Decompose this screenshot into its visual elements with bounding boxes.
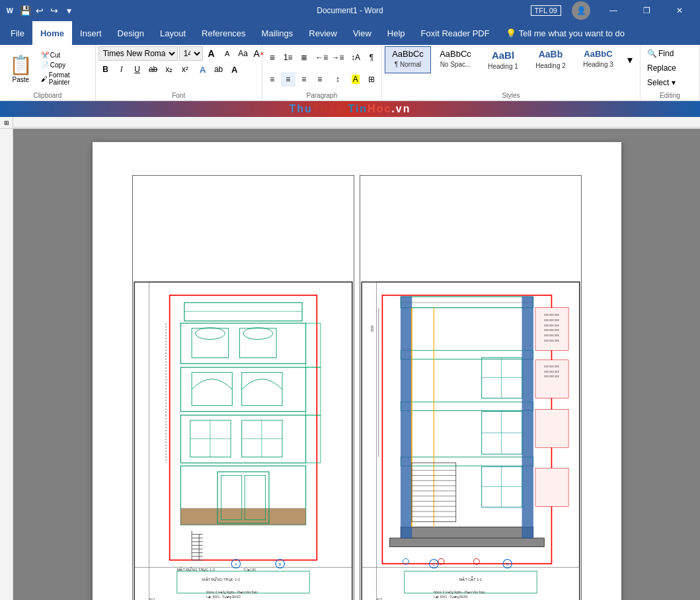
watermark-text: ThuThuatTinHoc.vn bbox=[290, 103, 411, 114]
svg-text:W: W bbox=[7, 7, 14, 15]
copy-button[interactable]: 📄 Copy bbox=[39, 61, 91, 69]
numbering-button[interactable]: 1≡ bbox=[281, 50, 295, 65]
svg-rect-29 bbox=[180, 509, 305, 525]
increase-indent-button[interactable]: →≡ bbox=[331, 50, 345, 65]
svg-rect-5 bbox=[0, 129, 13, 591]
align-left-button[interactable]: ≡ bbox=[265, 72, 280, 87]
clipboard-label: Clipboard bbox=[0, 92, 95, 99]
show-marks-button[interactable]: ¶ bbox=[364, 50, 379, 65]
tab-foxit[interactable]: Foxit Reader PDF bbox=[413, 21, 498, 45]
svg-point-15 bbox=[195, 328, 225, 340]
tab-insert[interactable]: Insert bbox=[72, 21, 110, 45]
tab-home[interactable]: Home bbox=[32, 21, 72, 45]
svg-text:C: C bbox=[432, 562, 435, 566]
paste-icon: 📋 bbox=[9, 54, 32, 76]
user-avatar[interactable]: 👤 bbox=[572, 1, 590, 20]
vertical-ruler bbox=[0, 129, 13, 600]
svg-text:xxx xxx xxx: xxx xxx xxx bbox=[544, 328, 559, 332]
font-family-select[interactable]: Times New Roman Arial Calibri bbox=[98, 46, 178, 61]
clipboard-small-buttons: ✂️ Cut 📄 Copy 🖌 Format Painter bbox=[39, 48, 91, 90]
shrink-font-button[interactable]: A bbox=[220, 46, 235, 61]
find-label: Find bbox=[658, 49, 674, 58]
change-case-button[interactable]: Aa bbox=[236, 46, 251, 61]
styles-section: AaBbCc ¶ Normal AaBbCc No Spac... AaBl H… bbox=[382, 45, 641, 100]
right-drawing: xxx xxx xxx xxx xxx xxx xxx xxx xxx xxx … bbox=[360, 175, 582, 600]
svg-text:MẶT ĐỨNG TRỤC 1-2: MẶT ĐỨNG TRỤC 1-2 bbox=[202, 577, 240, 582]
style-heading2[interactable]: AaBb Heading 2 bbox=[527, 46, 574, 73]
paste-button[interactable]: 📋 Paste bbox=[4, 48, 38, 90]
title-bar-left: W 💾 ↩ ↪ ▾ bbox=[5, 5, 74, 16]
bullets-button[interactable]: ≡ bbox=[265, 50, 280, 65]
undo-icon[interactable]: ↩ bbox=[34, 5, 45, 16]
ruler-corner[interactable]: ⊞ bbox=[0, 117, 13, 129]
styles-expand-button[interactable]: ▾ bbox=[623, 53, 637, 67]
tab-mailings[interactable]: Mailings bbox=[254, 21, 301, 45]
replace-button[interactable]: Replace bbox=[644, 61, 679, 75]
minimize-button[interactable]: — bbox=[598, 0, 629, 21]
text-highlight-button[interactable]: ab bbox=[212, 62, 226, 77]
tab-references[interactable]: References bbox=[194, 21, 253, 45]
tab-tell-me[interactable]: 💡 Tell me what you want to do bbox=[498, 21, 633, 45]
style-heading3[interactable]: AaBbC Heading 3 bbox=[575, 46, 621, 73]
left-drawing-svg: MẶT ĐỨNG TRỤC 1-2 Tỷ lệ 1:50 MẶT ĐỨNG TR… bbox=[133, 176, 354, 600]
strikethrough-button[interactable]: ab bbox=[146, 62, 161, 77]
italic-button[interactable]: I bbox=[114, 62, 129, 77]
grow-font-button[interactable]: A bbox=[204, 46, 219, 61]
align-center-button[interactable]: ≡ bbox=[281, 72, 295, 87]
sort-button[interactable]: ↕A bbox=[348, 50, 363, 65]
line-spacing-button[interactable]: ↕ bbox=[331, 72, 345, 87]
style-normal[interactable]: AaBbCc ¶ Normal bbox=[385, 46, 431, 73]
para-row1: ≡ 1≡ ≣ ←≡ →≡ ↕A ¶ bbox=[265, 46, 379, 68]
subscript-button[interactable]: x₂ bbox=[162, 62, 176, 77]
ruler-svg bbox=[13, 117, 700, 128]
close-button[interactable]: ✕ bbox=[664, 0, 695, 21]
svg-point-17 bbox=[243, 328, 273, 340]
justify-button[interactable]: ≡ bbox=[313, 72, 327, 87]
word-logo-icon[interactable]: W bbox=[5, 5, 16, 16]
svg-rect-51 bbox=[176, 571, 309, 593]
horizontal-ruler: ⊞ bbox=[0, 117, 700, 129]
tab-design[interactable]: Design bbox=[110, 21, 152, 45]
svg-text:xxx xxx xxx: xxx xxx xxx bbox=[544, 375, 559, 378]
font-label: Font bbox=[96, 92, 262, 99]
tab-view[interactable]: View bbox=[345, 21, 379, 45]
tab-file[interactable]: File bbox=[3, 21, 32, 45]
ruler-v-svg bbox=[0, 129, 13, 591]
font-size-select[interactable]: 14 12 16 18 bbox=[179, 46, 203, 61]
svg-rect-19 bbox=[192, 373, 232, 406]
svg-rect-107 bbox=[535, 468, 568, 506]
shading-button[interactable]: A bbox=[348, 72, 363, 87]
svg-text:Nhóm 3: Hồ Sỹ Nghĩa - Phạm Văn: Nhóm 3: Hồ Sỹ Nghĩa - Phạm Văn Toàn bbox=[206, 591, 258, 594]
redo-icon[interactable]: ↪ bbox=[49, 5, 59, 16]
save-icon[interactable]: 💾 bbox=[20, 5, 30, 16]
style-no-space[interactable]: AaBbCc No Spac... bbox=[432, 46, 479, 73]
superscript-button[interactable]: x² bbox=[178, 62, 192, 77]
document-area[interactable]: MẶT ĐỨNG TRỤC 1-2 Tỷ lệ 1:50 MẶT ĐỨNG TR… bbox=[13, 129, 700, 600]
style-heading1[interactable]: AaBl Heading 1 bbox=[480, 46, 526, 73]
tab-layout[interactable]: Layout bbox=[152, 21, 194, 45]
svg-rect-73 bbox=[481, 357, 522, 398]
font-row2: B I U ab x₂ x² A ab A bbox=[98, 62, 259, 77]
font-color-button[interactable]: A bbox=[227, 62, 242, 77]
multilevel-list-button[interactable]: ≣ bbox=[297, 50, 311, 65]
borders-button[interactable]: ⊞ bbox=[364, 72, 379, 87]
text-effects-button[interactable]: A bbox=[196, 62, 210, 77]
left-drawing: MẶT ĐỨNG TRỤC 1-2 Tỷ lệ 1:50 MẶT ĐỨNG TR… bbox=[132, 175, 354, 600]
tab-help[interactable]: Help bbox=[379, 21, 413, 45]
align-right-button[interactable]: ≡ bbox=[297, 72, 311, 87]
main-area: MẶT ĐỨNG TRỤC 1-2 Tỷ lệ 1:50 MẶT ĐỨNG TR… bbox=[0, 129, 700, 600]
restore-button[interactable]: ❐ bbox=[631, 0, 662, 21]
decrease-indent-button[interactable]: ←≡ bbox=[315, 50, 329, 65]
quick-access-dropdown-icon[interactable]: ▾ bbox=[63, 5, 74, 16]
select-button[interactable]: Select ▾ bbox=[644, 75, 678, 90]
style-no-space-preview: AaBbCc bbox=[438, 48, 473, 60]
style-gallery: AaBbCc ¶ Normal AaBbCc No Spac... AaBl H… bbox=[385, 46, 637, 73]
bold-button[interactable]: B bbox=[98, 62, 113, 77]
svg-rect-8 bbox=[134, 282, 149, 600]
find-button[interactable]: 🔍 Find bbox=[644, 46, 676, 61]
format-painter-button[interactable]: 🖌 Format Painter bbox=[39, 71, 91, 87]
tab-review[interactable]: Review bbox=[301, 21, 345, 45]
underline-button[interactable]: U bbox=[130, 62, 145, 77]
svg-rect-2 bbox=[13, 117, 700, 128]
cut-button[interactable]: ✂️ Cut bbox=[39, 51, 91, 59]
